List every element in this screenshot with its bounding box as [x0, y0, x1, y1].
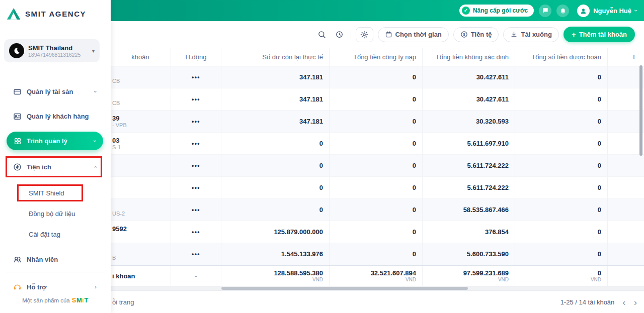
table-row: •••005.611.724.2220 [111, 177, 644, 199]
sidebar-subitem-label: Đồng bộ dữ liệu [29, 210, 75, 218]
row-menu-button[interactable]: ••• [192, 140, 200, 147]
topup-cell: 0 [330, 111, 423, 132]
action-cell: ••• [171, 111, 221, 132]
refund-cell: 0 [515, 88, 608, 110]
pagination: 1-25 / 14 tài khoản ‹ › [560, 297, 637, 307]
settings-button[interactable] [356, 27, 373, 42]
extra-cell [608, 155, 644, 176]
sidebar-subitem-smit-shield[interactable]: SMIT Shield [29, 185, 104, 200]
refund-cell: 0 [515, 133, 608, 154]
chevron-left-icon[interactable]: ‹ [622, 297, 625, 307]
workspace-name: SMIT Thailand [28, 44, 88, 52]
sidebar-item-support[interactable]: Hỗ trợ › [6, 279, 105, 294]
row-menu-button[interactable]: ••• [192, 229, 200, 236]
chat-button[interactable] [539, 5, 551, 17]
topup-cell: 0 [330, 133, 423, 154]
header-unknown: Tổng tiền không xác định [423, 48, 515, 66]
currency-button[interactable]: $ Tiền tệ [453, 27, 499, 42]
smit-letter: M [76, 296, 82, 304]
row-menu-button[interactable]: ••• [192, 184, 200, 191]
table-row: 03S-1•••005.611.697.9100 [111, 133, 644, 155]
header-topup: Tổng tiền công ty nạp [330, 48, 423, 66]
balance-cell: 347.181 [221, 111, 330, 132]
row-menu-button[interactable]: ••• [192, 74, 200, 81]
sidebar-subitem-data-sync[interactable]: Đồng bộ dữ liệu [29, 206, 104, 221]
row-menu-button[interactable]: ••• [192, 118, 200, 125]
table-body: CB•••347.181030.427.6110CB•••347.181030.… [111, 66, 644, 265]
vertical-scrollbar-thumb[interactable] [639, 65, 642, 156]
horizontal-scrollbar-thumb[interactable] [221, 287, 468, 290]
check-icon: ✓ [462, 7, 470, 15]
row-menu-button[interactable]: ••• [192, 251, 200, 258]
pagination-range: 1-25 / 14 tài khoản [560, 298, 615, 306]
sidebar-item-customers[interactable]: Quản lý khách hàng [6, 109, 105, 124]
add-account-label: Thêm tài khoản [579, 31, 627, 38]
notifications-button[interactable] [556, 5, 569, 17]
main-area: ✓ Nâng cấp gói cước Nguyễn Huệ › [111, 0, 644, 313]
balance-cell: 1.545.133.976 [221, 243, 330, 265]
app-screen: ✓ Nâng cấp gói cước Nguyễn Huệ › [0, 0, 644, 313]
smit-wordmark: SMiT [72, 296, 89, 304]
time-filter-label: Chọn thời gian [395, 31, 442, 38]
search-button[interactable] [315, 28, 329, 41]
workspace-selector[interactable]: SMIT Thailand 189471496811316225 ▾ [4, 39, 100, 62]
bolt-circle-icon [13, 163, 22, 171]
balance-cell: 347.181 [221, 88, 330, 110]
svg-text:$: $ [463, 33, 465, 37]
account-name: 03 [112, 137, 119, 144]
header-next-partial: T [608, 48, 644, 66]
currency-label: VND [406, 277, 416, 282]
download-label: Tải xuống [521, 31, 551, 38]
summary-balance-cell: 128.588.595.380 VND [221, 266, 330, 286]
row-menu-button[interactable]: ••• [192, 162, 200, 169]
refund-cell: 0 [515, 243, 608, 265]
header-action: H.động [171, 48, 221, 66]
extra-cell [608, 66, 644, 88]
header-account: khoản [111, 48, 171, 66]
add-account-button[interactable]: + Thêm tài khoản [564, 27, 635, 42]
accounts-table: khoản H.động Số dư còn lại thực tế Tổng … [111, 48, 644, 286]
unknown-cell: 5.600.733.590 [423, 243, 515, 265]
topup-cell: 0 [330, 199, 423, 221]
row-menu-button[interactable]: ••• [192, 96, 200, 103]
download-icon [510, 31, 518, 38]
sidebar-item-label: Trình quản lý [27, 137, 67, 145]
chevron-right-icon[interactable]: › [634, 297, 637, 307]
user-menu[interactable]: Nguyễn Huệ › [577, 5, 637, 17]
account-subname: CB [112, 100, 120, 107]
action-cell: ••• [171, 133, 221, 154]
currency-label: Tiền tệ [471, 31, 492, 38]
account-name: 9592 [112, 225, 127, 233]
sidebar-item-utilities[interactable]: Tiện ích › [6, 159, 105, 174]
account-subname: US-2 [112, 211, 125, 217]
account-cell: 39- VPB [111, 111, 171, 132]
grid-icon [14, 137, 22, 145]
extra-cell [608, 88, 644, 110]
download-button[interactable]: Tải xuống [503, 27, 558, 42]
chevron-down-icon: › [633, 10, 639, 12]
sidebar-item-staff[interactable]: Nhân viên [6, 252, 105, 267]
sidebar-item-label: Quản lý khách hàng [27, 113, 89, 120]
history-button[interactable] [333, 28, 346, 41]
wallet-icon [13, 87, 22, 96]
workspace-id: 189471496811316225 [28, 52, 88, 58]
table-footer: ỗi trang 1-25 / 14 tài khoản ‹ › [111, 290, 644, 313]
workspace-info: SMIT Thailand 189471496811316225 [28, 44, 88, 58]
sidebar-item-manager[interactable]: Trình quản lý › [7, 132, 103, 150]
account-subname: S-1 [112, 144, 121, 151]
time-filter-button[interactable]: Chọn thời gian [378, 27, 449, 42]
account-subname: B [112, 255, 116, 261]
table-row: •••005.611.724.2220 [111, 155, 644, 177]
summary-unknown: 97.599.231.689 [463, 269, 509, 277]
extra-cell [608, 177, 644, 198]
sidebar-subitem-tag-settings[interactable]: Cài đặt tag [29, 227, 104, 242]
sidebar-item-assets[interactable]: Quản lý tài sản › [6, 84, 105, 99]
balance-cell: 0 [221, 155, 330, 176]
extra-cell [608, 111, 644, 132]
row-menu-button[interactable]: ••• [192, 206, 200, 214]
table-header-row: khoản H.động Số dư còn lại thực tế Tổng … [111, 48, 644, 66]
headset-icon [13, 283, 22, 291]
chevron-down-icon: ▾ [92, 48, 95, 54]
upgrade-plan-button[interactable]: ✓ Nâng cấp gói cước [459, 5, 534, 17]
table-row: CB•••347.181030.427.6110 [111, 88, 644, 111]
